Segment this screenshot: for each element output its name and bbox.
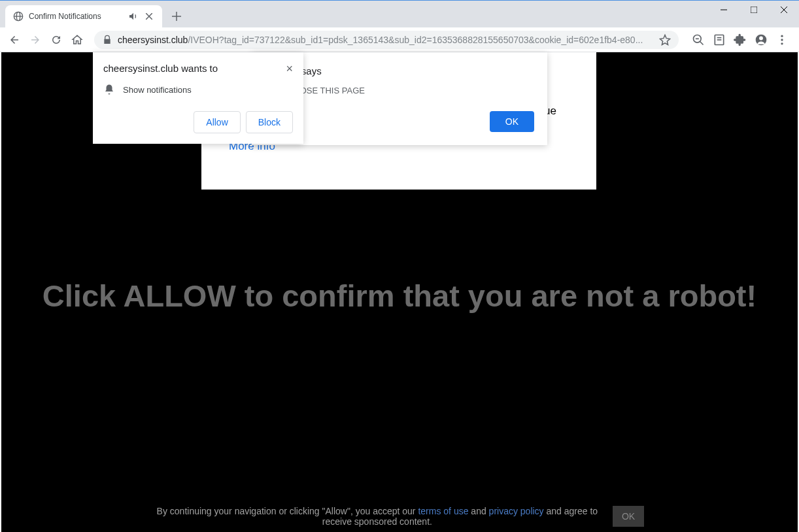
alert-body: W TO CLOSE THIS PAGE [265,86,534,95]
svg-line-12 [700,41,704,44]
allow-button[interactable]: Allow [194,111,240,133]
globe-icon [13,11,24,22]
close-icon [781,7,787,13]
browser-toolbar: cheersysinst.club/IVEOH?tag_id=737122&su… [0,27,799,52]
profile-icon[interactable] [755,33,768,46]
main-heading: Click ALLOW to confirm that you are not … [1,278,798,314]
svg-point-18 [759,36,763,40]
notification-close-button[interactable]: × [286,63,293,75]
svg-rect-1 [751,7,757,13]
home-icon [71,34,83,46]
privacy-link[interactable]: privacy policy [489,506,544,516]
svg-point-19 [781,35,783,37]
maximize-button[interactable] [739,0,769,20]
new-tab-button[interactable] [167,7,186,25]
footer-ok-button[interactable]: OK [613,506,644,527]
footer: By continuing your navigation or clickin… [1,506,798,527]
reload-button[interactable] [47,31,65,49]
tab-bar: Confirm Notifications [0,0,799,27]
tab-title: Confirm Notifications [29,12,123,21]
window-close-button[interactable] [769,0,799,20]
tab-close-button[interactable] [144,11,154,22]
reader-icon[interactable] [713,33,726,46]
zoom-icon[interactable] [692,33,705,46]
minimize-button[interactable] [709,0,739,20]
browser-tab[interactable]: Confirm Notifications [5,5,162,27]
notification-label: Show notifications [123,85,192,95]
footer-text: By continuing your navigation or clickin… [155,506,600,527]
address-bar[interactable]: cheersysinst.club/IVEOH?tag_id=737122&su… [94,31,679,49]
forward-button[interactable] [26,31,44,49]
plus-icon [172,12,181,21]
maximize-icon [751,7,757,13]
close-icon [146,13,152,20]
block-button[interactable]: Block [246,111,293,133]
notification-title: cheersysinst.club wants to [103,63,218,74]
reload-icon [50,34,62,46]
toolbar-right [687,33,794,46]
alert-ok-button[interactable]: OK [490,111,534,132]
back-arrow-icon [8,34,20,46]
url-text: cheersysinst.club/IVEOH?tag_id=737122&su… [118,35,654,45]
bookmark-star-icon[interactable] [659,34,671,46]
svg-point-20 [781,39,783,41]
audio-icon[interactable] [128,11,139,22]
terms-link[interactable]: terms of use [418,506,468,516]
back-button[interactable] [5,31,24,49]
extensions-icon[interactable] [734,33,747,46]
svg-point-21 [781,42,783,44]
forward-arrow-icon [29,34,41,46]
home-button[interactable] [68,31,86,49]
window-controls [709,0,799,20]
minimize-icon [721,7,727,13]
menu-icon[interactable] [775,33,789,46]
notification-permission-popup: cheersysinst.club wants to × Show notifi… [93,52,303,144]
alert-title: nst.club says [265,65,534,76]
lock-icon[interactable] [102,35,112,45]
bell-icon [103,84,115,95]
